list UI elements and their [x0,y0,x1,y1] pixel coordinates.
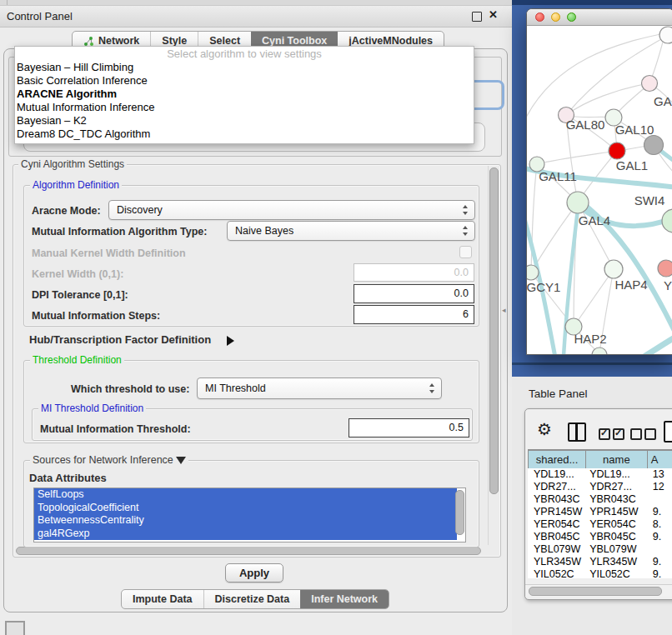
kernel-width-label: Kernel Width (0,1): [32,268,123,280]
network-node-y[interactable] [658,260,672,277]
kernel-width-field[interactable]: 0.0 [354,263,474,282]
table-cell: YPR145W [528,506,586,518]
tab-infer-network[interactable]: Infer Network [300,590,389,608]
network-node-gal[interactable] [642,76,658,92]
table-row[interactable]: YLR345WYLR345W9. [528,556,672,568]
expand-arrow-icon[interactable] [227,332,234,348]
pane-collapse-icon[interactable]: ◂ [502,306,506,314]
split-table-icon[interactable] [568,422,586,442]
network-nodes[interactable]: GALGAL80GAL10GAL1GAL11GAL4SWI4HAP4YGCY1H… [527,27,672,354]
which-threshold-combo[interactable]: MI Threshold [197,378,442,399]
table-cell: YBR043C [586,493,648,506]
hub-definition-label: Hub/Transcription Factor Definition [29,333,211,346]
mi-type-combo[interactable]: Naive Bayes [227,221,475,241]
table-row[interactable]: YPR145WYPR145W9. [528,506,672,518]
zoom-traffic-light-icon[interactable] [567,12,576,22]
collapse-arrow-icon[interactable] [176,457,186,464]
network-view-window[interactable]: GALGAL80GAL10GAL1GAL11GAL4SWI4HAP4YGCY1H… [526,8,672,355]
network-node-gal4[interactable] [567,192,589,213]
list-item-selected[interactable]: gal4RGexp [34,528,457,541]
table-cell: 9. [648,568,672,578]
column-header-shared-name[interactable]: shared... [528,450,586,469]
list-scrollbar[interactable] [455,490,464,535]
dropdown-item[interactable]: Bayesian – K2 [15,114,474,128]
network-canvas[interactable]: GALGAL80GAL10GAL1GAL11GAL4SWI4HAP4YGCY1H… [527,26,672,354]
mi-steps-label: Mutual Information Steps: [32,310,160,322]
network-node[interactable] [644,136,664,155]
screenshot-root: Control Panel ✕ galFiltered.sif default … [0,0,672,635]
table-cell: YIL052C [586,568,648,578]
network-node-gal1[interactable] [609,142,625,159]
close-traffic-light-icon[interactable] [535,12,544,22]
mi-steps-value: 6 [463,308,469,320]
desktop-background: GALGAL80GAL10GAL1GAL11GAL4SWI4HAP4YGCY1H… [512,0,672,377]
table-cell: YER054C [586,518,648,531]
dropdown-item[interactable]: ARACNE Algorithm [15,88,474,101]
node-label: HAP2 [574,332,606,346]
mi-threshold-title: MI Threshold Definition [38,403,146,413]
close-icon[interactable]: ✕ [489,8,498,21]
node-label: GAL10 [615,122,654,137]
minimized-panel-icon[interactable] [5,621,25,635]
dpi-tolerance-label: DPI Tolerance [0,1]: [32,289,128,301]
deselect-all-columns-icon[interactable] [630,428,659,443]
export-table-icon[interactable] [664,421,672,442]
mi-type-value: Naive Bayes [235,225,293,237]
algorithm-definition-title: Algorithm Definition [30,180,122,190]
network-window-titlebar[interactable] [527,9,672,26]
dropdown-item[interactable]: Mutual Information Inference [15,101,474,114]
dropdown-item[interactable]: Dream8 DC_TDC Algorithm [15,128,474,141]
list-item-selected[interactable]: TopologicalCoefficient [34,502,457,515]
minimize-traffic-light-icon[interactable] [551,12,560,22]
table-panel-region: Table Panel ⚙ shared... name A YDL19...Y… [512,377,672,635]
network-node-hap4[interactable] [604,260,623,278]
table-row[interactable]: YER054CYER054C8. [528,518,672,531]
dropdown-item[interactable]: Basic Correlation Inference [15,74,474,88]
network-node-swi4[interactable] [662,209,672,232]
select-all-columns-icon[interactable] [599,428,627,443]
network-icon [83,36,94,47]
table-cell: 13 [648,468,672,481]
float-window-icon[interactable] [472,12,482,22]
node-label: Y [664,278,672,292]
table-horizontal-scrollbar[interactable] [525,584,672,597]
dpi-tolerance-field[interactable]: 0.0 [354,284,474,303]
node-label: GCY1 [527,280,560,294]
table-row[interactable]: YDR27...YDR27...12 [528,481,672,493]
manual-kernel-checkbox[interactable] [459,246,472,258]
gear-icon[interactable]: ⚙ [537,419,552,439]
tab-discretize-data[interactable]: Discretize Data [203,590,301,608]
node-label: GAL4 [579,213,610,228]
table-cell: YDR27... [586,481,648,493]
mi-steps-field[interactable]: 6 [354,305,474,324]
mi-threshold-value: 0.5 [449,422,464,433]
table-row[interactable]: YIL052CYIL052C9. [528,568,672,578]
table-cell: YDR27... [528,481,586,493]
table-row[interactable]: YBR045CYBR045C9. [528,531,672,543]
apply-button[interactable]: Apply [225,563,283,582]
aracne-mode-value: Discovery [117,204,163,216]
manual-kernel-label: Manual Kernel Width Definition [32,248,186,259]
settings-vertical-scrollbar[interactable] [488,166,499,545]
data-attributes-list[interactable]: SelfLoopsTopologicalCoefficientBetweenne… [33,488,466,542]
table-row[interactable]: YDL19...YDL19...13 [528,468,672,481]
column-header-name[interactable]: name [586,450,648,469]
dpi-tolerance-value: 0.0 [454,288,469,299]
list-item-selected[interactable]: BetweennessCentrality [34,514,457,528]
table-cell: YLR345W [528,556,586,568]
network-node[interactable] [659,27,672,43]
table-cell: 9. [648,506,672,518]
network-node-gcy1[interactable] [527,265,539,280]
table-cell: YER054C [528,518,586,531]
which-threshold-label: Which threshold to use: [71,383,189,395]
mi-threshold-field[interactable]: 0.5 [349,418,469,438]
aracne-mode-combo[interactable]: Discovery [108,200,475,220]
table-row[interactable]: YBL079WYBL079W [528,543,672,556]
table-row[interactable]: YBR043CYBR043C [528,493,672,506]
combo-spinner-icon [429,383,435,393]
list-item-selected[interactable]: SelfLoops [34,488,457,502]
column-header-clipped[interactable]: A [648,450,672,469]
dropdown-item[interactable]: Bayesian – Hill Climbing [15,61,474,74]
algorithm-dropdown-items: Bayesian – Hill ClimbingBasic Correlatio… [15,61,474,141]
tab-impute-data[interactable]: Impute Data [122,590,203,608]
